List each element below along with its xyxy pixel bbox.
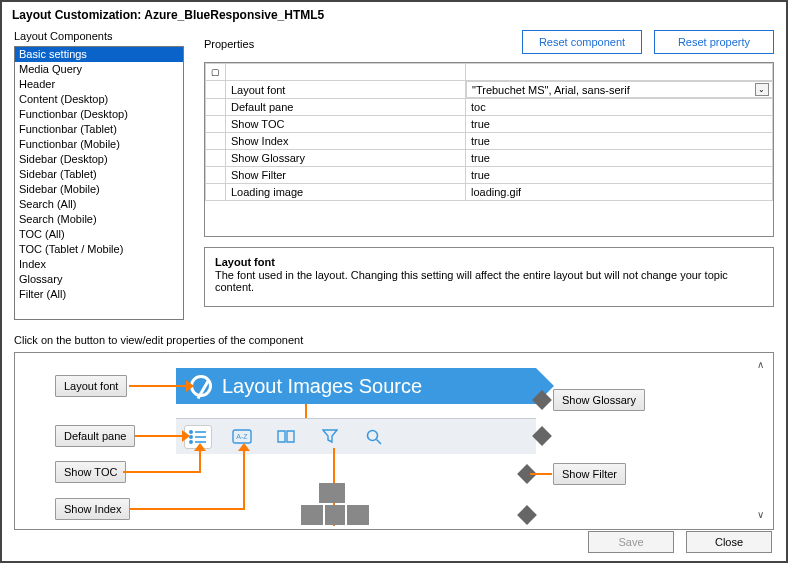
component-item[interactable]: Content (Desktop) <box>15 92 183 107</box>
layout-customization-window: Layout Customization: Azure_BlueResponsi… <box>0 0 788 563</box>
scroll-down-icon[interactable]: ∨ <box>753 509 767 523</box>
component-item[interactable]: TOC (All) <box>15 227 183 242</box>
close-button[interactable]: Close <box>686 531 772 553</box>
property-key[interactable]: Show Filter <box>226 167 466 184</box>
reset-component-button[interactable]: Reset component <box>522 30 642 54</box>
property-key[interactable]: Loading image <box>226 184 466 201</box>
component-item[interactable]: Search (Mobile) <box>15 212 183 227</box>
svg-point-8 <box>368 430 378 440</box>
component-item[interactable]: TOC (Tablet / Mobile) <box>15 242 183 257</box>
property-key[interactable]: Show Index <box>226 133 466 150</box>
component-item[interactable]: Basic settings <box>15 47 183 62</box>
property-value[interactable]: toc <box>466 99 773 116</box>
preview-panel: ∧ ∨ Layout font Default pane Show TOC Sh… <box>14 352 774 530</box>
diamond-icon <box>517 505 537 525</box>
callout-show-toc[interactable]: Show TOC <box>55 461 126 483</box>
preview-hint: Click on the button to view/edit propert… <box>14 334 774 346</box>
component-item[interactable]: Media Query <box>15 62 183 77</box>
filter-icon[interactable] <box>316 425 344 449</box>
callout-show-filter[interactable]: Show Filter <box>553 463 626 485</box>
property-key[interactable]: Default pane <box>226 99 466 116</box>
svg-point-4 <box>190 440 192 442</box>
component-item[interactable]: Sidebar (Tablet) <box>15 167 183 182</box>
preview-banner: Layout Images Source <box>176 368 536 404</box>
callout-show-glossary[interactable]: Show Glossary <box>553 389 645 411</box>
dropdown-arrow-icon[interactable]: ⌄ <box>755 83 769 96</box>
callout-show-index[interactable]: Show Index <box>55 498 130 520</box>
help-body: The font used in the layout. Changing th… <box>215 269 763 293</box>
properties-grid: ▢Layout font"Trebuchet MS", Arial, sans-… <box>204 62 774 237</box>
property-value[interactable]: true <box>466 116 773 133</box>
help-title: Layout font <box>215 256 763 268</box>
component-item[interactable]: Functionbar (Desktop) <box>15 107 183 122</box>
save-button[interactable]: Save <box>588 531 674 553</box>
content-area: Layout Components Basic settingsMedia Qu… <box>14 30 774 515</box>
callout-layout-font[interactable]: Layout font <box>55 375 127 397</box>
preview-toolbar: A-Z <box>176 418 536 454</box>
component-item[interactable]: Header <box>15 77 183 92</box>
component-item[interactable]: Filter (All) <box>15 287 183 302</box>
property-key[interactable]: Show Glossary <box>226 150 466 167</box>
component-item[interactable]: Search (All) <box>15 197 183 212</box>
property-value[interactable]: true <box>466 167 773 184</box>
svg-point-0 <box>190 430 192 432</box>
glossary-icon[interactable] <box>272 425 300 449</box>
property-value[interactable]: "Trebuchet MS", Arial, sans-serif⌄ <box>466 81 773 98</box>
property-value[interactable]: loading.gif <box>466 184 773 201</box>
property-value[interactable]: true <box>466 150 773 167</box>
collapse-toggle[interactable]: ▢ <box>206 64 226 81</box>
help-panel: Layout font The font used in the layout.… <box>204 247 774 307</box>
callout-default-pane[interactable]: Default pane <box>55 425 135 447</box>
component-item[interactable]: Functionbar (Mobile) <box>15 137 183 152</box>
property-value[interactable]: true <box>466 133 773 150</box>
scroll-up-icon[interactable]: ∧ <box>753 359 767 373</box>
component-item[interactable]: Index <box>15 257 183 272</box>
components-listbox[interactable]: Basic settingsMedia QueryHeaderContent (… <box>14 46 184 320</box>
property-key[interactable]: Layout font <box>226 81 466 99</box>
search-icon[interactable] <box>360 425 388 449</box>
svg-line-9 <box>377 439 382 444</box>
component-item[interactable]: Functionbar (Tablet) <box>15 122 183 137</box>
reset-property-button[interactable]: Reset property <box>654 30 774 54</box>
property-key[interactable]: Show TOC <box>226 116 466 133</box>
component-item[interactable]: Glossary <box>15 272 183 287</box>
component-item[interactable]: Sidebar (Desktop) <box>15 152 183 167</box>
banner-text: Layout Images Source <box>222 375 422 398</box>
components-label: Layout Components <box>14 30 184 42</box>
window-title: Layout Customization: Azure_BlueResponsi… <box>2 2 786 28</box>
svg-point-2 <box>190 435 192 437</box>
component-item[interactable]: Sidebar (Mobile) <box>15 182 183 197</box>
properties-label: Properties <box>204 38 254 50</box>
svg-text:A-Z: A-Z <box>236 433 248 440</box>
